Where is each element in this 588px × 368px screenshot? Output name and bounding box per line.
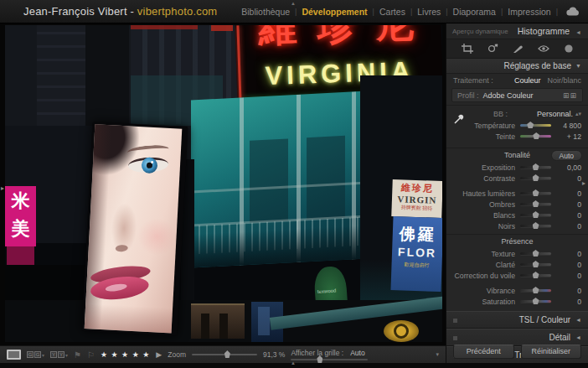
temperature-slider[interactable] [520, 124, 551, 127]
collapse-arrow-icon: ◄ [575, 29, 581, 35]
zoom-value: 91,3 % [263, 350, 285, 359]
slider-thumb[interactable] [533, 132, 539, 139]
toolbar-options-icon[interactable]: ▾ [436, 351, 439, 358]
pick-flag-icon[interactable]: ⚑ [74, 350, 81, 360]
brush-icon[interactable] [513, 44, 524, 54]
histogram-panel-header[interactable]: Aperçu dynamique Histogramme ◄ [446, 23, 588, 39]
blacks-slider-row: Noirs 0 [446, 220, 588, 231]
profile-selector[interactable]: Profil : Adobe Couleur ⊞⊞ [451, 88, 583, 102]
slider-value: + 12 [556, 132, 581, 141]
slider-thumb[interactable] [533, 211, 539, 218]
slider-thumb[interactable] [533, 200, 539, 207]
slider-thumb[interactable] [533, 174, 539, 181]
top-panel-collapse-icon[interactable]: ▲ [291, 1, 296, 6]
crop-icon[interactable] [462, 44, 473, 54]
profile-browser-icon[interactable]: ⊞⊞ [563, 91, 577, 100]
star-rating[interactable]: ★ ★ ★ ★ ★ [101, 350, 150, 359]
texture-slider[interactable] [520, 252, 551, 255]
top-bar: Jean-François Vibert - vibertphoto.com B… [0, 0, 588, 23]
slider-label: Vibrance [453, 287, 515, 295]
slider-thumb[interactable] [533, 261, 539, 267]
tint-slider[interactable] [520, 135, 551, 137]
module-book[interactable]: Livres [417, 7, 441, 17]
masking-icon[interactable] [564, 44, 574, 54]
separator: | [410, 8, 412, 16]
clarity-slider[interactable] [520, 263, 551, 266]
cheek-blush [137, 217, 177, 256]
grid-mode-value[interactable]: Auto [350, 349, 365, 357]
loupe-view-icon[interactable] [7, 350, 21, 360]
compare-view-icon[interactable]: GG▾ [27, 351, 44, 358]
sign-subtext: 歡迎自由行 [391, 261, 441, 270]
panel-hsl-color[interactable]: TSL / Couleur ◄ [446, 311, 588, 329]
module-library[interactable]: Bibliothèque [241, 7, 290, 17]
slider-thumb[interactable] [533, 298, 539, 304]
collapse-arrow-icon: ◄ [575, 317, 581, 323]
right-panel-collapse-icon[interactable]: ▸ [582, 179, 585, 187]
dehaze-slider[interactable] [520, 274, 551, 277]
smart-preview-status: Aperçu dynamique [452, 28, 508, 35]
left-panel-expand-icon[interactable]: ▸ [1, 184, 4, 192]
slider-label: Teinte [453, 132, 515, 141]
survey-view-icon[interactable]: YY▾ [50, 351, 68, 358]
red-eye-icon[interactable] [538, 44, 549, 53]
contrast-slider[interactable] [520, 177, 551, 179]
grid-size-slider[interactable] [291, 359, 368, 360]
grid-overlay-group: Afficher la grille : Auto [291, 349, 368, 360]
module-slideshow[interactable]: Diaporama [453, 7, 496, 17]
module-map[interactable]: Cartes [379, 7, 405, 17]
play-icon[interactable]: ▶ [156, 350, 162, 359]
auto-tone-button[interactable]: Auto [551, 150, 583, 161]
module-print[interactable]: Impression [508, 7, 550, 17]
separator: | [446, 8, 447, 16]
vibrance-slider[interactable] [520, 289, 551, 292]
magenta-sign-base [7, 246, 34, 265]
wb-preset-row[interactable]: BB : Personnal. ▴▾ [446, 108, 588, 120]
poster-highlight [258, 307, 270, 335]
reset-button[interactable]: Réinitialiser [521, 345, 582, 359]
cloud-sync-icon[interactable] [566, 7, 580, 16]
slider-thumb[interactable] [533, 287, 539, 293]
exposure-slider[interactable] [520, 166, 551, 168]
separator: | [501, 8, 503, 16]
lips [88, 262, 156, 309]
slider-thumb[interactable] [533, 272, 539, 278]
slider-value: 0 [556, 287, 581, 295]
treatment-label: Traitement : [453, 76, 493, 85]
shadows-slider[interactable] [520, 203, 551, 205]
healing-icon[interactable] [487, 44, 498, 54]
contrast-slider-row: Contraste 0 [446, 173, 588, 184]
slider-thumb[interactable] [533, 189, 539, 196]
blacks-slider[interactable] [520, 225, 551, 227]
sign-character: 美 [5, 216, 36, 241]
reject-flag-icon[interactable]: ⚐ [87, 350, 95, 360]
woman-face-image [85, 124, 183, 333]
slider-value: 0 [556, 261, 581, 269]
slider-value: 0 [556, 298, 581, 306]
whites-slider[interactable] [520, 214, 551, 216]
bottom-panel-collapse-icon[interactable]: ▲ [291, 360, 296, 365]
panel-toggle[interactable] [453, 319, 457, 323]
treatment-bw-option[interactable]: Noir/blanc [547, 76, 581, 85]
saturation-slider[interactable] [520, 300, 551, 303]
highlights-slider[interactable] [520, 192, 551, 194]
chin-shadow [85, 303, 173, 333]
treatment-color-option[interactable]: Couleur [514, 76, 541, 85]
slider-thumb[interactable] [533, 163, 539, 170]
slider-thumb[interactable] [527, 122, 534, 128]
slider-thumb[interactable] [533, 222, 539, 229]
previous-button[interactable]: Précédent [453, 345, 514, 359]
slider-thumb[interactable] [224, 350, 230, 358]
basic-panel-header[interactable]: Réglages de base ▼ [446, 59, 588, 74]
panel-detail[interactable]: Détail ◄ [446, 329, 588, 346]
panel-toggle[interactable] [453, 336, 457, 340]
neon-fragment [131, 25, 198, 29]
photo-preview[interactable]: 維珍尼 VIRGINIA 維珍尼 VIRGIN 持牌賓館 招待 佛羅 FL [5, 25, 442, 342]
whites-slider-row: Blancs 0 [446, 210, 588, 220]
wb-eyedropper-icon[interactable] [454, 111, 467, 124]
window-glass [307, 136, 345, 220]
slider-thumb[interactable] [533, 250, 539, 257]
silhouette [219, 314, 228, 339]
module-develop[interactable]: Développement [302, 7, 367, 17]
zoom-slider[interactable] [192, 354, 257, 355]
